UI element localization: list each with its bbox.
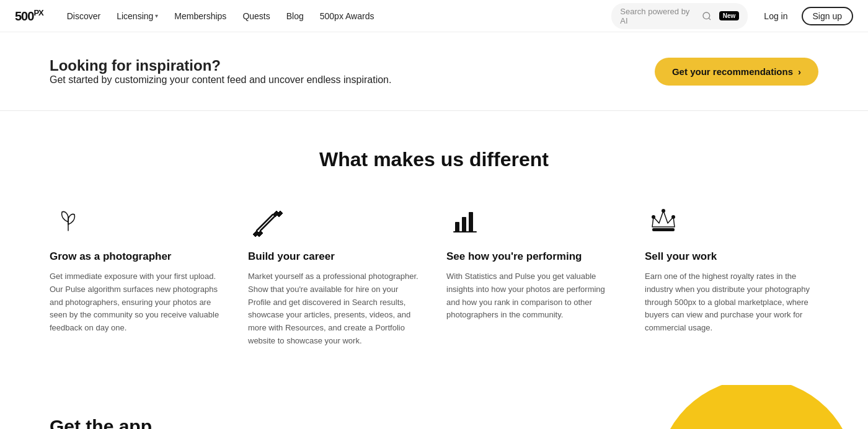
logo-px: PX xyxy=(33,8,43,17)
svg-line-2 xyxy=(257,214,273,231)
nav-awards[interactable]: 500px Awards xyxy=(314,7,381,25)
svg-point-0 xyxy=(703,12,710,19)
inspiration-heading: Looking for inspiration? xyxy=(50,57,391,74)
feature-sell-desc: Earn one of the highest royalty rates in… xyxy=(645,270,818,335)
nav-right: Log in Sign up xyxy=(758,7,853,25)
svg-rect-10 xyxy=(462,217,466,232)
tools-icon xyxy=(248,202,285,239)
nav-quests[interactable]: Quests xyxy=(236,7,276,25)
feature-career: Build your career Market yourself as a p… xyxy=(248,202,422,348)
new-badge: New xyxy=(719,11,740,20)
feature-sell-title: Sell your work xyxy=(645,250,818,263)
app-visual xyxy=(409,416,818,429)
svg-point-14 xyxy=(662,209,665,213)
svg-line-3 xyxy=(260,214,277,231)
svg-point-15 xyxy=(671,215,675,219)
inspiration-text: Looking for inspiration? Get started by … xyxy=(50,57,391,86)
search-icon xyxy=(702,11,712,21)
nav-blog[interactable]: Blog xyxy=(280,7,310,25)
recommendations-button[interactable]: Get your recommendations › xyxy=(655,58,818,86)
signup-button[interactable]: Sign up xyxy=(802,7,853,25)
different-section: What makes us different Grow as a photog… xyxy=(0,111,868,385)
plant-icon xyxy=(50,202,87,239)
svg-rect-11 xyxy=(469,212,473,232)
chart-icon xyxy=(446,202,484,239)
app-section: Get the app Join our community of over 1… xyxy=(0,385,868,429)
navbar: 500PX Discover Licensing ▾ Memberships Q… xyxy=(0,0,868,32)
login-button[interactable]: Log in xyxy=(758,7,794,25)
nav-licensing[interactable]: Licensing ▾ xyxy=(110,7,164,25)
features-grid: Grow as a photographer Get immediate exp… xyxy=(50,202,818,348)
search-placeholder: Search powered by AI xyxy=(620,7,696,25)
app-content: Get the app Join our community of over 1… xyxy=(50,416,409,429)
yellow-decoration xyxy=(657,385,856,429)
svg-line-1 xyxy=(709,18,711,20)
feature-career-desc: Market yourself as a professional photog… xyxy=(248,270,422,348)
feature-sell: Sell your work Earn one of the highest r… xyxy=(645,202,818,348)
search-bar[interactable]: Search powered by AI New xyxy=(611,3,748,29)
feature-performing-title: See how you're performing xyxy=(446,250,620,263)
svg-rect-12 xyxy=(652,228,675,231)
logo[interactable]: 500PX xyxy=(15,8,43,24)
different-heading: What makes us different xyxy=(50,148,818,171)
crown-icon xyxy=(645,202,682,239)
nav-discover[interactable]: Discover xyxy=(61,7,107,25)
inspiration-section: Looking for inspiration? Get started by … xyxy=(0,32,868,111)
logo-text: 500 xyxy=(15,9,33,23)
nav-memberships[interactable]: Memberships xyxy=(168,7,232,25)
feature-grow-desc: Get immediate exposure with your first u… xyxy=(50,270,223,335)
arrow-right-icon: › xyxy=(798,66,801,77)
feature-performing: See how you're performing With Statistic… xyxy=(446,202,620,348)
feature-grow: Grow as a photographer Get immediate exp… xyxy=(50,202,223,348)
feature-performing-desc: With Statistics and Pulse you get valuab… xyxy=(446,270,620,322)
app-heading: Get the app xyxy=(50,416,409,429)
chevron-down-icon: ▾ xyxy=(155,12,158,19)
feature-grow-title: Grow as a photographer xyxy=(50,250,223,263)
inspiration-subtext: Get started by customizing your content … xyxy=(50,74,391,86)
nav-links: Discover Licensing ▾ Memberships Quests … xyxy=(61,7,612,25)
feature-career-title: Build your career xyxy=(248,250,422,263)
svg-point-13 xyxy=(652,215,655,219)
svg-rect-9 xyxy=(455,222,459,232)
